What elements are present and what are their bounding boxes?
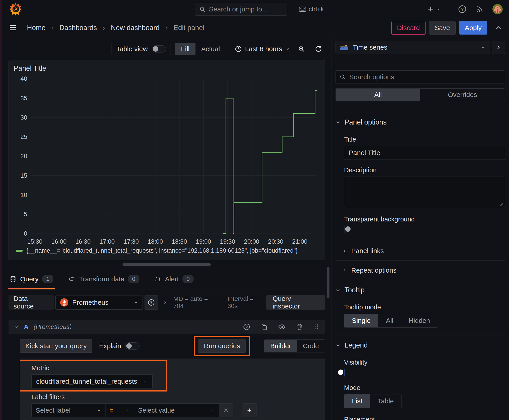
- tooltip-header[interactable]: Tooltip: [335, 280, 505, 300]
- remove-filter-button[interactable]: [219, 403, 233, 417]
- time-range-button[interactable]: Last 6 hours: [230, 45, 295, 53]
- metric-select[interactable]: cloudflared_tunnel_total_requests: [31, 375, 153, 388]
- breadcrumb-home[interactable]: Home: [27, 24, 46, 32]
- title-label: Title: [344, 136, 505, 143]
- help-icon[interactable]: ?: [458, 5, 467, 14]
- tooltip-title: Tooltip: [344, 286, 365, 294]
- tab-all[interactable]: All: [336, 89, 420, 101]
- panel-title[interactable]: Panel Title: [14, 64, 320, 73]
- options-search-input[interactable]: [349, 73, 501, 81]
- repeat-options-title: Repeat options: [351, 267, 396, 274]
- save-button[interactable]: Save: [429, 21, 456, 35]
- builder-option[interactable]: Builder: [264, 340, 297, 352]
- tooltip-mode-hidden[interactable]: Hidden: [401, 314, 438, 327]
- kick-start-button[interactable]: Kick start your query: [20, 339, 92, 353]
- query-row-header[interactable]: A (Prometheus) ?: [8, 320, 325, 334]
- actual-option[interactable]: Actual: [196, 43, 226, 55]
- time-range-label: Last 6 hours: [245, 45, 282, 53]
- discard-button[interactable]: Discard: [391, 21, 425, 35]
- options-search[interactable]: [335, 70, 505, 83]
- panel-toolbar: Table view Fill Actual Last 6 hours: [2, 38, 331, 60]
- fill-option[interactable]: Fill: [175, 43, 195, 55]
- query-inspector-button[interactable]: Query inspector: [266, 295, 325, 310]
- tab-transform[interactable]: Transform data 0: [68, 269, 139, 289]
- scrollbar-thumb[interactable]: [327, 267, 329, 298]
- metric-label: Metric: [31, 364, 153, 372]
- series-color-marker[interactable]: [16, 250, 23, 252]
- query-ref-id[interactable]: A: [24, 323, 29, 331]
- label-filters-group: Label filters Select label =: [31, 393, 319, 417]
- transparent-bg-toggle[interactable]: [344, 225, 344, 233]
- datasource-help-button[interactable]: ?: [144, 295, 158, 310]
- zoom-out-button[interactable]: [295, 43, 308, 55]
- operator-dropdown[interactable]: =: [105, 403, 134, 417]
- keyboard-shortcut: ctrl+k: [299, 6, 324, 13]
- remove-query-icon[interactable]: [296, 323, 304, 331]
- breadcrumb: Home › Dashboards › New dashboard › Edit…: [27, 24, 205, 32]
- run-queries-button[interactable]: Run queries: [198, 339, 246, 353]
- time-series-chart[interactable]: 051015202530354015:3016:0016:3017:0017:3…: [14, 73, 320, 247]
- hide-response-icon[interactable]: [278, 323, 286, 331]
- user-avatar[interactable]: [492, 4, 503, 14]
- visualization-row: Time series: [335, 41, 505, 54]
- svg-text:0: 0: [24, 230, 27, 237]
- tab-query[interactable]: Query 1: [9, 269, 53, 289]
- duplicate-query-icon[interactable]: [260, 323, 268, 331]
- main-column: Table view Fill Actual Last 6 hours: [2, 38, 331, 420]
- datasource-picker[interactable]: Prometheus: [55, 295, 143, 310]
- drag-handle-icon[interactable]: [313, 323, 320, 330]
- tooltip-mode-single[interactable]: Single: [344, 314, 378, 327]
- table-view-toggle[interactable]: [152, 45, 166, 52]
- apply-button[interactable]: Apply: [459, 21, 487, 35]
- legend-mode-list[interactable]: List: [344, 394, 370, 408]
- time-range-control: Last 6 hours: [230, 43, 308, 55]
- svg-text:20: 20: [20, 153, 27, 159]
- query-help-icon[interactable]: ?: [243, 323, 251, 331]
- content: Table view Fill Actual Last 6 hours: [2, 38, 509, 420]
- search-input[interactable]: [209, 5, 296, 13]
- toggle-viz-picker-button[interactable]: [492, 41, 505, 54]
- tab-overrides[interactable]: Overrides: [420, 89, 505, 101]
- section-repeat-options: Repeat options: [335, 261, 505, 280]
- global-search[interactable]: ctrl+k: [195, 3, 287, 16]
- select-value-dropdown[interactable]: Select value: [134, 403, 219, 417]
- series-label[interactable]: {__name__="cloudflared_tunnel_total_requ…: [26, 247, 298, 254]
- code-option[interactable]: Code: [297, 340, 325, 352]
- new-menu-button[interactable]: [427, 5, 441, 13]
- collapse-options-icon[interactable]: [495, 24, 503, 32]
- visualization-picker[interactable]: Time series: [335, 41, 490, 54]
- description-textarea[interactable]: [344, 177, 505, 208]
- add-filter-button[interactable]: [242, 403, 257, 417]
- tab-alert[interactable]: Alert 0: [154, 269, 194, 289]
- datasource-row: Data source Prometheus ? M: [8, 295, 325, 310]
- breadcrumb-new-dashboard[interactable]: New dashboard: [111, 24, 160, 32]
- transparent-bg-label: Transparent background: [344, 216, 505, 223]
- panel-options-header[interactable]: Panel options: [335, 112, 505, 132]
- chevron-right-icon[interactable]: [162, 300, 168, 305]
- legend-visibility-toggle[interactable]: [344, 369, 344, 376]
- tooltip-body: Tooltip mode Single All Hidden: [335, 304, 505, 335]
- resize-grip-icon[interactable]: [499, 202, 503, 206]
- repeat-options-header[interactable]: Repeat options: [335, 261, 505, 280]
- svg-text:15: 15: [20, 172, 27, 179]
- menu-toggle-icon[interactable]: [8, 23, 17, 32]
- grafana-logo-icon[interactable]: [9, 3, 22, 16]
- tooltip-mode-all[interactable]: All: [378, 314, 401, 327]
- svg-text:19:30: 19:30: [220, 238, 235, 245]
- select-label-dropdown[interactable]: Select label: [31, 403, 106, 417]
- chevron-down-icon[interactable]: [14, 324, 19, 330]
- panel-title-input[interactable]: [344, 146, 505, 160]
- svg-text:?: ?: [245, 325, 248, 329]
- legend-header[interactable]: Legend: [335, 335, 505, 355]
- resize-handle[interactable]: [122, 263, 211, 266]
- table-view-label: Table view: [116, 45, 148, 53]
- panel-links-header[interactable]: Panel links: [335, 241, 505, 261]
- refresh-button[interactable]: [312, 43, 325, 55]
- explain-toggle[interactable]: [125, 342, 140, 350]
- news-feed-icon[interactable]: [475, 5, 484, 14]
- breadcrumb-dashboards[interactable]: Dashboards: [60, 24, 97, 32]
- visibility-label: Visibility: [344, 359, 505, 366]
- legend-mode-table[interactable]: Table: [370, 394, 402, 408]
- breadcrumb-bar: Home › Dashboards › New dashboard › Edit…: [2, 18, 509, 37]
- panel-options-title: Panel options: [344, 118, 387, 126]
